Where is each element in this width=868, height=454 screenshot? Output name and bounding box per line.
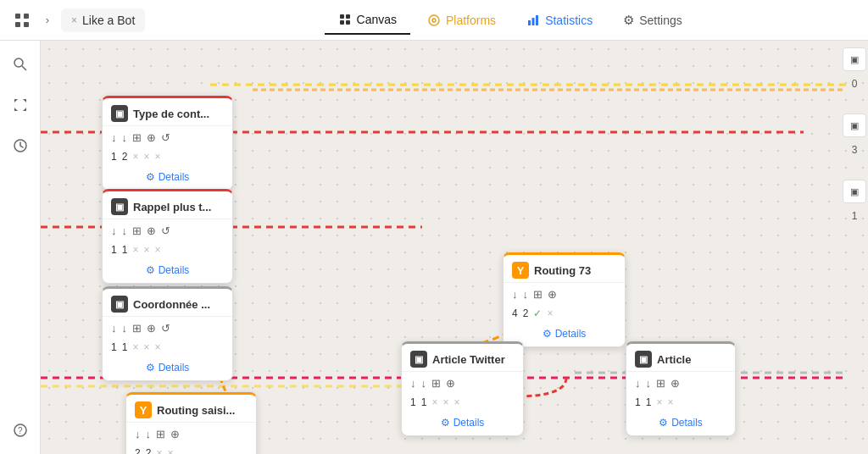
action-down2-icon[interactable]: ↓	[421, 377, 427, 390]
tab-settings[interactable]: ⚙ Settings	[609, 6, 696, 35]
node-routing-saisie-stats: 2 2 × ×	[126, 446, 256, 454]
stat-x1[interactable]: ×	[132, 151, 138, 163]
stat-x1[interactable]: ×	[656, 396, 662, 408]
stat-x3[interactable]: ×	[154, 151, 160, 163]
sidebar-history-icon[interactable]	[7, 132, 34, 159]
svg-line-14	[22, 66, 26, 70]
node-rappel-plus-label: Rappel plus t...	[133, 201, 211, 213]
action-down-icon[interactable]: ↓	[111, 224, 117, 237]
node-rappel-plus-actions: ↓ ↓ ⊞ ⊕ ↺	[103, 219, 232, 242]
action-grid-icon[interactable]: ⊞	[533, 288, 542, 301]
sidebar-help-icon[interactable]: ?	[7, 417, 34, 444]
current-bot-tab[interactable]: × Like a Bot	[61, 8, 145, 32]
action-link-icon[interactable]: ⊕	[670, 377, 680, 390]
details-gear: ⚙	[146, 362, 155, 374]
node-article-twitter-stats: 1 1 × × ×	[402, 395, 523, 413]
details-gear: ⚙	[146, 264, 155, 276]
tab-canvas[interactable]: Canvas	[325, 6, 410, 35]
details-label: Details	[159, 171, 190, 183]
stat-x3[interactable]: ×	[453, 396, 459, 408]
action-grid-icon[interactable]: ⊞	[656, 377, 665, 390]
tab-statistics[interactable]: Statistics	[513, 7, 606, 34]
svg-rect-12	[536, 15, 538, 25]
stat-x2[interactable]: ×	[143, 151, 149, 163]
action-down-icon[interactable]: ↓	[111, 322, 117, 335]
canvas[interactable]: ▣ Type de cont... ↓ ↓ ⊞ ⊕ ↺ 1 2 × × × ⚙ …	[41, 41, 868, 454]
sidebar-search-icon[interactable]	[7, 51, 34, 78]
stat-x1[interactable]: ×	[431, 396, 437, 408]
sidebar-expand-icon[interactable]	[7, 91, 34, 119]
action-link-icon[interactable]: ⊕	[147, 224, 156, 237]
svg-rect-2	[15, 22, 20, 27]
nav-tabs: Canvas Platforms Statistics ⚙ Settings	[162, 6, 858, 35]
action-grid-icon[interactable]: ⊞	[132, 322, 142, 335]
action-down-icon[interactable]: ↓	[135, 428, 141, 440]
node-article-twitter-details[interactable]: ⚙ Details	[402, 413, 523, 435]
action-grid-icon[interactable]: ⊞	[132, 131, 142, 144]
node-coordonnee-details[interactable]: ⚙ Details	[103, 358, 232, 380]
breadcrumb-chevron[interactable]: ›	[37, 10, 58, 30]
action-down-icon[interactable]: ↓	[635, 377, 641, 390]
node-article-label: Article	[657, 353, 691, 366]
node-type-de-cont-icon: ▣	[111, 105, 128, 122]
node-routing-saisie-label: Routing saisi...	[157, 404, 235, 417]
action-refresh-icon[interactable]: ↺	[161, 131, 170, 144]
node-article-details[interactable]: ⚙ Details	[626, 413, 735, 435]
stat-x1[interactable]: ×	[132, 341, 138, 353]
stat-x2[interactable]: ×	[167, 447, 173, 454]
action-down2-icon[interactable]: ↓	[146, 428, 152, 440]
node-rappel-plus-details[interactable]: ⚙ Details	[103, 261, 232, 283]
apps-icon[interactable]	[10, 8, 34, 32]
stat-x2[interactable]: ×	[143, 341, 149, 353]
stat-x1[interactable]: ×	[132, 244, 138, 256]
stat-x2[interactable]: ×	[442, 396, 448, 408]
action-link-icon[interactable]: ⊕	[548, 288, 557, 301]
node-coordonnee-label: Coordonnée ...	[133, 298, 210, 311]
action-grid-icon[interactable]: ⊞	[132, 224, 142, 237]
action-down2-icon[interactable]: ↓	[523, 288, 529, 301]
svg-rect-7	[346, 20, 350, 25]
right-panel-icon-1[interactable]: ▣	[843, 47, 866, 71]
stat-x1[interactable]: ×	[547, 307, 553, 319]
sidebar: ?	[0, 41, 41, 454]
tab-platforms-label: Platforms	[446, 14, 496, 27]
settings-gear-icon: ⚙	[623, 13, 634, 28]
action-refresh-icon[interactable]: ↺	[161, 224, 170, 237]
stat-check[interactable]: ✓	[533, 307, 542, 319]
svg-point-9	[432, 19, 436, 22]
node-article-stats: 1 1 × ×	[626, 395, 735, 413]
action-down2-icon[interactable]: ↓	[646, 377, 652, 390]
action-link-icon[interactable]: ⊕	[446, 377, 455, 390]
action-down2-icon[interactable]: ↓	[122, 322, 128, 335]
stat-x2[interactable]: ×	[143, 244, 149, 256]
close-icon[interactable]: ×	[71, 14, 77, 26]
stat-x3[interactable]: ×	[154, 341, 160, 353]
right-panel-count-2: 3	[852, 144, 858, 156]
action-down-icon[interactable]: ↓	[512, 288, 518, 301]
node-type-de-cont-label: Type de cont...	[133, 108, 209, 120]
action-down2-icon[interactable]: ↓	[122, 131, 128, 144]
tab-platforms[interactable]: Platforms	[414, 7, 509, 34]
svg-point-13	[14, 58, 23, 67]
action-grid-icon[interactable]: ⊞	[431, 377, 441, 390]
action-link-icon[interactable]: ⊕	[147, 131, 156, 144]
node-routing-saisie-header: Y Routing saisi...	[126, 395, 256, 423]
node-article-actions: ↓ ↓ ⊞ ⊕	[626, 372, 735, 395]
stat-x3[interactable]: ×	[154, 244, 160, 256]
node-article-header: ▣ Article	[626, 344, 735, 372]
action-down-icon[interactable]: ↓	[111, 131, 117, 144]
action-refresh-icon[interactable]: ↺	[161, 322, 170, 335]
right-panel: ▣ 0 ▣ 3 ▣ 1	[841, 41, 868, 454]
right-panel-icon-3[interactable]: ▣	[843, 180, 866, 203]
action-down2-icon[interactable]: ↓	[122, 224, 128, 237]
action-link-icon[interactable]: ⊕	[170, 428, 180, 440]
node-routing-saisie: Y Routing saisi... ↓ ↓ ⊞ ⊕ 2 2 × × aucun…	[125, 392, 257, 454]
action-link-icon[interactable]: ⊕	[147, 322, 156, 335]
action-down-icon[interactable]: ↓	[410, 377, 416, 390]
right-panel-icon-2[interactable]: ▣	[843, 114, 866, 137]
action-grid-icon[interactable]: ⊞	[156, 428, 165, 440]
stat-x2[interactable]: ×	[667, 396, 673, 408]
svg-rect-4	[340, 14, 344, 19]
node-type-de-cont-details[interactable]: ⚙ Details	[103, 168, 232, 190]
stat-x1[interactable]: ×	[156, 447, 162, 454]
